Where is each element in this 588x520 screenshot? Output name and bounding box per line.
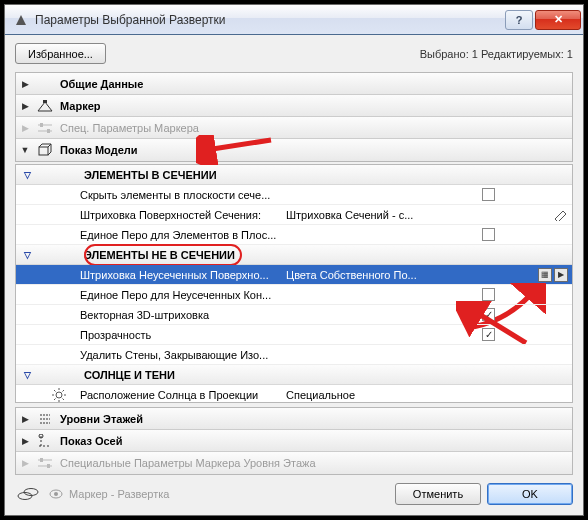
annotation-arrow-icon <box>196 135 276 165</box>
selection-status: Выбрано: 1 Редактируемых: 1 <box>420 48 573 60</box>
chevron-right-icon: ▶ <box>20 101 30 111</box>
help-button[interactable]: ? <box>505 10 533 30</box>
popup-arrow-button[interactable]: ▶ <box>554 268 568 282</box>
section-general-data[interactable]: ▶ Общие Данные <box>16 73 572 95</box>
cancel-button[interactable]: Отменить <box>395 483 481 505</box>
chevron-down-icon: ▽ <box>24 250 36 260</box>
svg-line-24 <box>63 398 65 400</box>
chevron-right-icon: ▶ <box>20 414 30 424</box>
checkbox[interactable] <box>482 188 495 201</box>
popup-icon-button[interactable]: ▦ <box>538 268 552 282</box>
eye-icon <box>49 487 63 501</box>
layer-filter-text[interactable]: Маркер - Развертка <box>69 488 169 500</box>
axes-icon <box>36 433 54 449</box>
chevron-right-icon: ▶ <box>20 436 30 446</box>
top-row: Избранное... Выбрано: 1 Редактируемых: 1 <box>15 43 573 64</box>
svg-rect-2 <box>43 100 47 103</box>
svg-line-14 <box>206 140 271 150</box>
row-sun-position[interactable]: Расположение Солнца в Проекции Специальн… <box>16 385 572 402</box>
section-story-levels[interactable]: ▶ Уровни Этажей <box>16 408 572 430</box>
section-model-display[interactable]: ▼ Показ Модели <box>16 139 572 161</box>
model-display-list[interactable]: ▽ ЭЛЕМЕНТЫ В СЕЧЕНИИ Скрыть элементы в п… <box>16 165 572 402</box>
checkbox[interactable] <box>482 228 495 241</box>
sliders-icon <box>36 455 54 471</box>
svg-line-23 <box>54 390 56 392</box>
section-axis-display[interactable]: ▶ Показ Осей <box>16 430 572 452</box>
section-marker-params: ▶ Спец. Параметры Маркера <box>16 117 572 139</box>
row-section-surface-hatch[interactable]: Штриховка Поверхностей Сечения: Штриховк… <box>16 205 572 225</box>
favorites-button[interactable]: Избранное... <box>15 43 106 64</box>
window-title: Параметры Выбранной Развертки <box>35 13 505 27</box>
svg-marker-0 <box>16 15 26 25</box>
chevron-down-icon: ▼ <box>20 145 30 155</box>
row-vector-3d-hatch[interactable]: Векторная 3D-штриховка <box>16 305 572 325</box>
app-icon <box>13 12 29 28</box>
row-delete-covering-walls[interactable]: Удалить Стены, Закрывающие Изо... <box>16 345 572 365</box>
svg-rect-6 <box>47 129 50 133</box>
checkbox[interactable] <box>482 308 495 321</box>
svg-rect-5 <box>40 123 43 127</box>
svg-rect-7 <box>39 147 48 155</box>
model-icon <box>36 142 54 158</box>
blank-icon <box>36 76 54 92</box>
camera-icon <box>36 98 54 114</box>
row-uncut-surface-hatch[interactable]: Штриховка Неусеченных Поверхно... Цвета … <box>16 265 572 285</box>
group-sun-and-shadows[interactable]: ▽ СОЛНЦЕ И ТЕНИ <box>16 365 572 385</box>
sliders-icon <box>36 120 54 136</box>
svg-line-25 <box>54 398 56 400</box>
svg-point-40 <box>54 492 58 496</box>
svg-point-18 <box>56 392 62 398</box>
dialog-body: Избранное... Выбрано: 1 Редактируемых: 1… <box>5 35 583 515</box>
sun-icon <box>52 388 66 402</box>
footer: Маркер - Развертка Отменить OK <box>15 477 573 505</box>
group-elements-in-section[interactable]: ▽ ЭЛЕМЕНТЫ В СЕЧЕНИИ <box>16 165 572 185</box>
row-hide-elements-in-plane[interactable]: Скрыть элементы в плоскости сече... <box>16 185 572 205</box>
chevron-right-icon: ▶ <box>20 123 30 133</box>
ok-button[interactable]: OK <box>487 483 573 505</box>
chevron-down-icon: ▽ <box>24 370 36 380</box>
layer-icon[interactable] <box>15 485 43 503</box>
row-transparency[interactable]: Прозрачность <box>16 325 572 345</box>
row-single-pen-section[interactable]: Единое Перо для Элементов в Плос... <box>16 225 572 245</box>
bottom-sections-panel: ▶ Уровни Этажей ▶ Показ Осей ▶ Специальн… <box>15 407 573 475</box>
row-single-pen-uncut[interactable]: Единое Перо для Неусеченных Кон... <box>16 285 572 305</box>
section-story-marker-params: ▶ Специальные Параметры Маркера Уровня Э… <box>16 452 572 474</box>
section-marker[interactable]: ▶ Маркер <box>16 95 572 117</box>
svg-rect-36 <box>47 464 50 468</box>
top-sections-panel: ▶ Общие Данные ▶ Маркер ▶ Спец. Параметр… <box>15 72 573 162</box>
levels-icon <box>36 411 54 427</box>
chevron-down-icon: ▽ <box>24 170 36 180</box>
svg-line-26 <box>63 390 65 392</box>
pen-icon <box>554 208 568 222</box>
chevron-right-icon: ▶ <box>20 458 30 468</box>
group-elements-not-in-section[interactable]: ▽ ЭЛЕМЕНТЫ НЕ В СЕЧЕНИИ <box>16 245 572 265</box>
titlebar: Параметры Выбранной Развертки ? ✕ <box>5 5 583 35</box>
dialog-window: Параметры Выбранной Развертки ? ✕ Избран… <box>4 4 584 516</box>
svg-marker-1 <box>38 102 52 111</box>
checkbox[interactable] <box>482 288 495 301</box>
svg-rect-35 <box>40 458 43 462</box>
checkbox[interactable] <box>482 328 495 341</box>
chevron-right-icon: ▶ <box>20 79 30 89</box>
model-display-panel: ▽ ЭЛЕМЕНТЫ В СЕЧЕНИИ Скрыть элементы в п… <box>15 164 573 403</box>
close-button[interactable]: ✕ <box>535 10 581 30</box>
